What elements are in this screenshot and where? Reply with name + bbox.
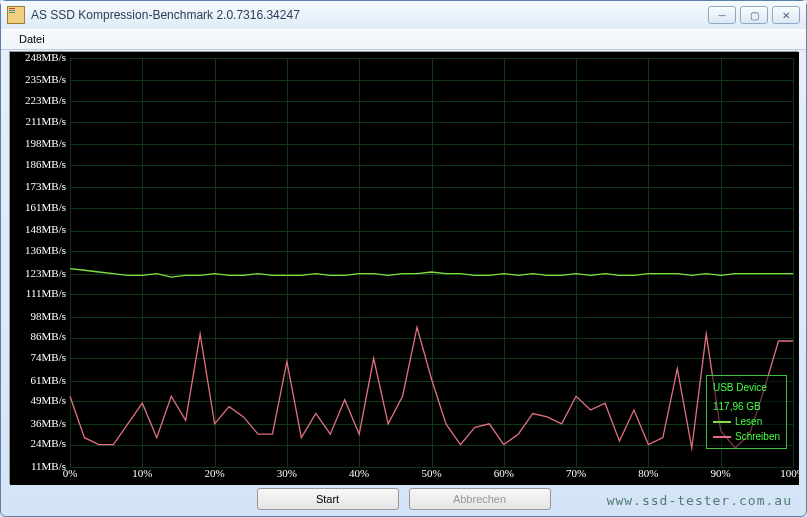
cancel-button: Abbrechen bbox=[409, 488, 551, 510]
legend-read-swatch bbox=[713, 421, 731, 423]
legend-read: Lesen bbox=[713, 414, 780, 429]
legend-write: Schreiben bbox=[713, 429, 780, 444]
legend-write-swatch bbox=[713, 436, 731, 438]
legend-capacity: 117,96 GB bbox=[713, 399, 780, 414]
close-button[interactable]: ✕ bbox=[772, 6, 800, 24]
menubar: Datei bbox=[1, 29, 806, 50]
app-window: AS SSD Kompression-Benchmark 2.0.7316.34… bbox=[0, 0, 807, 517]
window-title: AS SSD Kompression-Benchmark 2.0.7316.34… bbox=[31, 8, 708, 22]
minimize-button[interactable]: ─ bbox=[708, 6, 736, 24]
watermark: www.ssd-tester.com.au bbox=[607, 493, 792, 508]
start-button[interactable]: Start bbox=[257, 488, 399, 510]
chart-area: USB Device 117,96 GB Lesen Schreiben bbox=[9, 51, 798, 484]
maximize-button[interactable]: ▢ bbox=[740, 6, 768, 24]
menu-datei[interactable]: Datei bbox=[11, 31, 53, 47]
app-icon bbox=[7, 6, 25, 24]
legend-box: USB Device 117,96 GB Lesen Schreiben bbox=[706, 375, 787, 449]
window-controls: ─ ▢ ✕ bbox=[708, 6, 800, 24]
legend-device: USB Device bbox=[713, 380, 780, 395]
titlebar: AS SSD Kompression-Benchmark 2.0.7316.34… bbox=[1, 1, 806, 29]
